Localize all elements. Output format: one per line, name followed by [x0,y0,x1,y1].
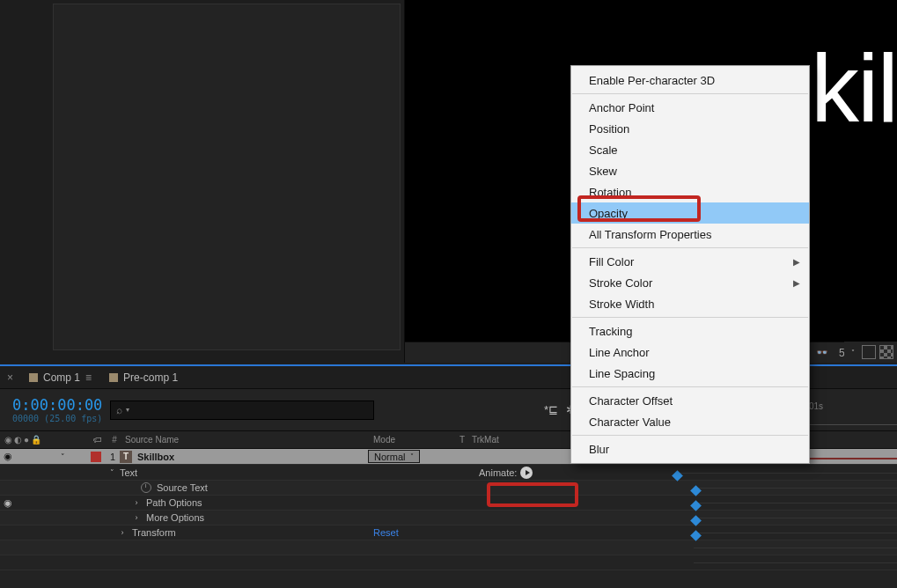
channel-toggle[interactable] [862,345,876,359]
animate-arrow-icon [520,467,533,479]
animate-context-menu[interactable]: Enable Per-character 3DAnchor PointPosit… [570,65,810,464]
twirl-down-icon[interactable]: ˅ [58,452,67,461]
tab-label: Comp 1 [43,371,80,384]
menu-item-stroke-color[interactable]: Stroke Color▶ [571,272,809,293]
twirl-right-icon[interactable]: › [118,528,127,537]
property-label: More Options [146,512,204,523]
comp-icon [29,373,38,382]
blend-mode-dropdown[interactable]: Normal ˅ [368,450,420,463]
menu-item-enable-per-character-3d[interactable]: Enable Per-character 3D [571,70,809,91]
menu-separator [572,247,808,248]
chevron-down-icon: ˅ [410,452,414,460]
animate-label: Animate: [479,467,517,478]
tab-comp1[interactable]: Comp 1 ≡ [26,366,95,389]
empty-row [0,555,897,570]
menu-item-line-spacing[interactable]: Line Spacing [571,363,809,384]
text-group-label: Text [120,467,366,478]
twirl-right-icon[interactable]: › [132,513,141,522]
source-name-column[interactable]: Source Name [121,435,368,445]
goggles-icon[interactable]: 👓 [814,346,830,360]
menu-item-tracking[interactable]: Tracking [571,320,809,342]
menu-separator [572,386,808,387]
transparency-grid-toggle[interactable] [879,345,893,359]
label-column-icon[interactable]: 🏷 [88,435,107,445]
menu-item-opacity[interactable]: Opacity [571,202,809,224]
twirl-right-icon[interactable]: › [132,498,141,507]
tab-label: Pre-comp 1 [123,371,178,384]
menu-item-scale[interactable]: Scale [571,139,809,160]
tab-menu-icon[interactable]: ≡ [85,371,92,384]
index-column: # [107,435,121,445]
menu-item-position[interactable]: Position [571,118,809,139]
menu-item-line-anchor[interactable]: Line Anchor [571,342,809,363]
mode-column: Mode [368,435,452,445]
menu-item-stroke-width[interactable]: Stroke Width [571,293,809,314]
menu-item-skew[interactable]: Skew [571,160,809,181]
chevron-down-icon[interactable]: ˅ [848,349,858,356]
menu-item-anchor-point[interactable]: Anchor Point [571,97,809,118]
menu-item-character-value[interactable]: Character Value [571,411,809,432]
animate-menu-button[interactable]: Animate: [479,467,538,479]
transform-reset-link[interactable]: Reset [373,527,470,538]
solo-column-icon[interactable]: ● [24,435,29,445]
transform-row[interactable]: › Transform Reset [0,526,897,540]
eye-column-icon[interactable]: ◉ [4,435,12,445]
comp-icon [109,373,118,382]
close-tab-button[interactable]: × [7,371,13,384]
property-label: Source Text [157,482,208,493]
audio-column-icon[interactable]: ◐ [14,435,22,445]
search-icon: ⌕ [116,404,122,416]
menu-item-rotation[interactable]: Rotation [571,181,809,202]
tab-precomp1[interactable]: Pre-comp 1 [106,366,181,389]
trkmat-column: TrkMat [472,435,525,445]
text-layer-icon: T [120,451,132,463]
submenu-arrow-icon: ▶ [793,278,800,288]
project-panel-empty [53,4,401,350]
path-options-row[interactable]: ◉ › Path Options [0,496,897,511]
layer-color-chip[interactable] [91,452,101,462]
ruler-tick-01s: 01s [809,401,823,411]
t-column: T [452,435,472,445]
menu-item-fill-color[interactable]: Fill Color▶ [571,251,809,272]
stopwatch-icon[interactable] [141,482,151,493]
menu-item-blur[interactable]: Blur [571,438,809,459]
layer-index: 1 [106,452,120,462]
menu-item-character-offset[interactable]: Character Offset [571,390,809,411]
layer-rows: ◉ ˅ 1 T Skillbox Normal ˅ [0,449,897,570]
submenu-arrow-icon: ▶ [793,257,800,267]
property-label: Path Options [146,497,202,508]
visibility-toggle[interactable]: ◉ [4,451,14,462]
menu-separator [572,435,808,436]
menu-item-all-transform-properties[interactable]: All Transform Properties [571,224,809,245]
property-label: Transform [132,527,176,538]
search-dropdown-icon: ▾ [126,406,129,414]
source-text-row[interactable]: Source Text [0,481,897,496]
search-field[interactable] [133,403,368,416]
layer-name[interactable]: Skillbox [137,452,174,462]
text-group-row[interactable]: ˅ Text Animate: [0,465,897,481]
viewer-right-tools: ˅ [844,342,897,363]
preview-text: kil [811,32,897,143]
visibility-toggle[interactable]: ◉ [4,497,14,509]
empty-row [0,540,897,555]
snap-icon[interactable]: *⊑ [541,401,561,420]
twirl-down-icon[interactable]: ˅ [107,468,116,477]
more-options-row[interactable]: › More Options [0,511,897,526]
timeline-search-input[interactable]: ⌕ ▾ [110,401,374,420]
menu-separator [572,93,808,94]
blend-mode-value: Normal [374,452,405,462]
project-panel [0,0,405,363]
frame-fps-display: 00000 (25.00 fps) [12,414,110,423]
current-timecode[interactable]: 0:00:00:00 [12,396,110,414]
lock-column-icon[interactable]: 🔒 [31,435,41,445]
menu-separator [572,317,808,318]
